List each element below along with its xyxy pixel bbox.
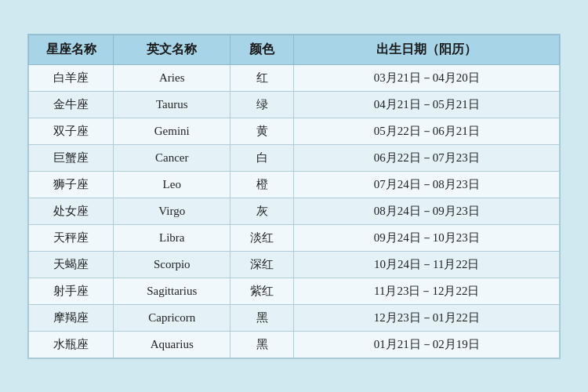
cell-chinese: 摩羯座 <box>29 304 114 331</box>
cell-date: 08月24日－09月23日 <box>294 198 560 224</box>
cell-chinese: 处女座 <box>29 198 114 224</box>
table-row: 水瓶座Aquarius黑01月21日－02月19日 <box>29 331 560 358</box>
cell-date: 03月21日－04月20日 <box>294 64 560 91</box>
table-body: 白羊座Aries红03月21日－04月20日金牛座Taurus绿04月21日－0… <box>29 64 560 358</box>
cell-color: 深红 <box>230 251 294 278</box>
cell-chinese: 射手座 <box>29 278 114 304</box>
cell-chinese: 白羊座 <box>29 64 114 91</box>
table-row: 双子座Gemini黄05月22日－06月21日 <box>29 118 560 144</box>
cell-date: 10月24日－11月22日 <box>294 251 560 278</box>
table-row: 摩羯座Capricorn黑12月23日－01月22日 <box>29 304 560 331</box>
cell-color: 黑 <box>230 304 294 331</box>
cell-chinese: 天蝎座 <box>29 251 114 278</box>
cell-english: Libra <box>114 224 230 251</box>
table-row: 巨蟹座Cancer白06月22日－07月23日 <box>29 144 560 171</box>
cell-color: 黑 <box>230 331 294 358</box>
cell-english: Capricorn <box>114 304 230 331</box>
cell-english: Scorpio <box>114 251 230 278</box>
cell-date: 11月23日－12月22日 <box>294 278 560 304</box>
cell-color: 紫红 <box>230 278 294 304</box>
header-chinese: 星座名称 <box>29 34 114 64</box>
cell-color: 绿 <box>230 91 294 118</box>
table-row: 白羊座Aries红03月21日－04月20日 <box>29 64 560 91</box>
table-row: 天秤座Libra淡红09月24日－10月23日 <box>29 224 560 251</box>
cell-chinese: 巨蟹座 <box>29 144 114 171</box>
cell-english: Virgo <box>114 198 230 224</box>
table-row: 射手座Sagittarius紫红11月23日－12月22日 <box>29 278 560 304</box>
table-row: 金牛座Taurus绿04月21日－05月21日 <box>29 91 560 118</box>
cell-english: Sagittarius <box>114 278 230 304</box>
cell-english: Aquarius <box>114 331 230 358</box>
cell-date: 12月23日－01月22日 <box>294 304 560 331</box>
cell-english: Cancer <box>114 144 230 171</box>
table-header-row: 星座名称 英文名称 颜色 出生日期（阳历） <box>29 34 560 64</box>
cell-date: 04月21日－05月21日 <box>294 91 560 118</box>
cell-chinese: 金牛座 <box>29 91 114 118</box>
header-color: 颜色 <box>230 34 294 64</box>
cell-date: 06月22日－07月23日 <box>294 144 560 171</box>
cell-color: 橙 <box>230 171 294 198</box>
cell-english: Aries <box>114 64 230 91</box>
cell-english: Leo <box>114 171 230 198</box>
cell-english: Taurus <box>114 91 230 118</box>
cell-color: 黄 <box>230 118 294 144</box>
cell-date: 01月21日－02月19日 <box>294 331 560 358</box>
cell-english: Gemini <box>114 118 230 144</box>
cell-date: 07月24日－08月23日 <box>294 171 560 198</box>
cell-color: 红 <box>230 64 294 91</box>
zodiac-table: 星座名称 英文名称 颜色 出生日期（阳历） 白羊座Aries红03月21日－04… <box>28 34 560 358</box>
cell-chinese: 天秤座 <box>29 224 114 251</box>
cell-chinese: 水瓶座 <box>29 331 114 358</box>
header-english: 英文名称 <box>114 34 230 64</box>
table-row: 天蝎座Scorpio深红10月24日－11月22日 <box>29 251 560 278</box>
cell-color: 白 <box>230 144 294 171</box>
cell-chinese: 狮子座 <box>29 171 114 198</box>
cell-color: 淡红 <box>230 224 294 251</box>
zodiac-table-container: 星座名称 英文名称 颜色 出生日期（阳历） 白羊座Aries红03月21日－04… <box>27 34 561 359</box>
cell-chinese: 双子座 <box>29 118 114 144</box>
table-row: 处女座Virgo灰08月24日－09月23日 <box>29 198 560 224</box>
cell-color: 灰 <box>230 198 294 224</box>
cell-date: 09月24日－10月23日 <box>294 224 560 251</box>
header-date: 出生日期（阳历） <box>294 34 560 64</box>
table-row: 狮子座Leo橙07月24日－08月23日 <box>29 171 560 198</box>
cell-date: 05月22日－06月21日 <box>294 118 560 144</box>
